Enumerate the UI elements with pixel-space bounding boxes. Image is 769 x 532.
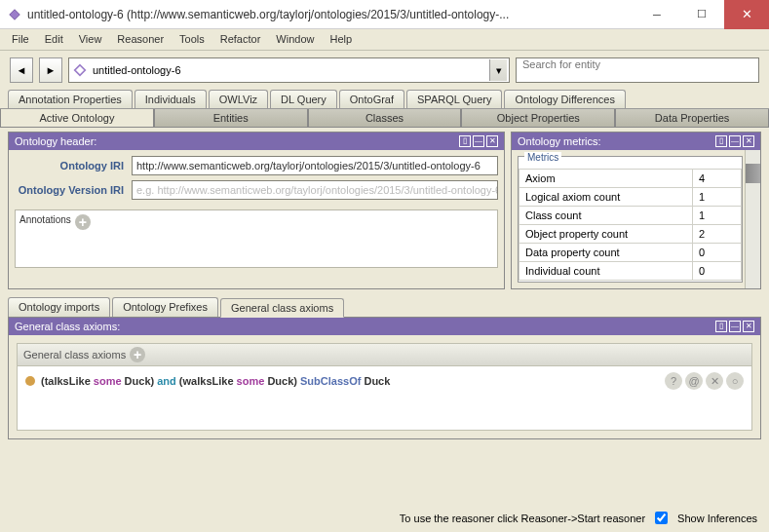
ontology-version-iri-input[interactable]: e.g. http://www.semanticweb.org/taylorj/…: [132, 180, 498, 200]
table-row: Logical axiom count1: [519, 188, 742, 207]
tab-sparql-query[interactable]: SPARQL Query: [406, 90, 502, 108]
panel-view-icon[interactable]: ▯: [459, 135, 471, 147]
nav-back-button[interactable]: ◄: [10, 57, 33, 83]
app-icon: [8, 8, 21, 21]
circle-icon[interactable]: ○: [726, 372, 744, 390]
ontology-icon: [73, 63, 87, 77]
general-class-axioms-panel: General class axioms: ▯ — ✕ General clas…: [8, 317, 761, 439]
tab-annotation-properties[interactable]: Annotation Properties: [8, 90, 133, 108]
search-field[interactable]: [522, 58, 752, 70]
tab-entities[interactable]: Entities: [154, 109, 308, 128]
tab-general-class-axioms[interactable]: General class axioms: [220, 298, 344, 318]
menu-file[interactable]: File: [12, 33, 29, 46]
annotations-panel: Annotations +: [15, 209, 498, 268]
ontology-header-title: Ontology header:: [15, 135, 96, 147]
panel-view-icon[interactable]: ▯: [715, 135, 727, 147]
ontology-metrics-title: Ontology metrics:: [518, 135, 601, 147]
table-row: Object property count2: [519, 225, 742, 244]
panel-close-icon[interactable]: ✕: [743, 321, 754, 332]
menu-refactor[interactable]: Refactor: [220, 33, 261, 46]
add-axiom-button[interactable]: +: [130, 347, 145, 362]
svg-marker-1: [75, 65, 86, 76]
window-title: untitled-ontology-6 (http://www.semantic…: [27, 8, 634, 21]
tab-data-properties[interactable]: Data Properties: [615, 109, 769, 128]
metrics-table: Axiom4 Logical axiom count1 Class count1…: [519, 169, 742, 281]
tab-ontology-imports[interactable]: Ontology imports: [8, 297, 110, 317]
gca-subtitle: General class axioms: [23, 349, 126, 361]
tab-active-ontology[interactable]: Active Ontology: [0, 109, 154, 128]
menu-reasoner[interactable]: Reasoner: [117, 33, 164, 46]
reasoner-hint: To use the reasoner click Reasoner->Star…: [400, 513, 645, 524]
menu-help[interactable]: Help: [329, 33, 352, 46]
table-row: Axiom4: [519, 170, 742, 188]
panel-minimize-icon[interactable]: —: [729, 321, 741, 332]
menu-window[interactable]: Window: [276, 33, 314, 46]
ontology-selector-text: untitled-ontology-6: [93, 64, 181, 76]
show-inferences-label: Show Inferences: [677, 513, 757, 524]
ontology-version-iri-label: Ontology Version IRI: [15, 184, 132, 196]
ontology-metrics-panel: Ontology metrics: ▯ — ✕ Metrics Axiom4 L…: [511, 132, 761, 289]
axiom-row[interactable]: (talksLike some Duck) and (walksLike som…: [18, 366, 751, 396]
ontology-selector[interactable]: untitled-ontology-6 ▾: [68, 57, 510, 83]
table-row: Data property count0: [519, 244, 742, 262]
close-button[interactable]: ✕: [724, 0, 769, 29]
panel-view-icon[interactable]: ▯: [715, 321, 727, 332]
ontology-iri-label: Ontology IRI: [15, 160, 132, 171]
top-tabs: Annotation Properties Individuals OWLViz…: [0, 90, 769, 108]
tab-object-properties[interactable]: Object Properties: [461, 109, 615, 128]
panel-close-icon[interactable]: ✕: [486, 135, 498, 147]
tab-dl-query[interactable]: DL Query: [270, 90, 337, 108]
main-tabs: Active Ontology Entities Classes Object …: [0, 108, 769, 128]
help-icon[interactable]: ?: [665, 372, 682, 390]
tab-ontology-prefixes[interactable]: Ontology Prefixes: [112, 297, 218, 317]
add-annotation-button[interactable]: +: [75, 214, 91, 230]
chevron-down-icon[interactable]: ▾: [489, 59, 507, 81]
tab-individuals[interactable]: Individuals: [135, 90, 207, 108]
toolbar: ◄ ► untitled-ontology-6 ▾: [0, 51, 769, 90]
menu-view[interactable]: View: [79, 33, 102, 46]
remove-icon[interactable]: ✕: [706, 372, 723, 390]
panel-controls: ▯ — ✕: [715, 135, 754, 147]
axiom-bullet-icon: [25, 376, 35, 386]
panel-minimize-icon[interactable]: —: [729, 135, 741, 147]
tab-classes[interactable]: Classes: [308, 109, 462, 128]
table-row: Class count1: [519, 207, 742, 225]
panel-close-icon[interactable]: ✕: [743, 135, 754, 147]
svg-marker-0: [10, 9, 20, 19]
minimize-button[interactable]: ─: [634, 0, 679, 29]
tab-ontology-differences[interactable]: Ontology Differences: [504, 90, 626, 108]
gca-title: General class axioms:: [15, 321, 120, 332]
nav-forward-button[interactable]: ►: [39, 57, 62, 83]
metrics-group-label: Metrics: [524, 152, 561, 163]
scrollbar[interactable]: [745, 150, 760, 288]
panel-controls: ▯ — ✕: [715, 321, 754, 332]
annotations-label: Annotations: [19, 214, 71, 225]
panel-controls: ▯ — ✕: [459, 135, 498, 147]
menu-edit[interactable]: Edit: [45, 33, 63, 46]
maximize-button[interactable]: ☐: [679, 0, 724, 29]
lower-tabs: Ontology imports Ontology Prefixes Gener…: [8, 297, 761, 317]
tab-owlviz[interactable]: OWLViz: [209, 90, 268, 108]
ontology-iri-input[interactable]: http://www.semanticweb.org/taylorj/ontol…: [132, 156, 498, 175]
at-icon[interactable]: @: [685, 372, 703, 390]
table-row: Individual count0: [519, 262, 742, 281]
tab-ontograf[interactable]: OntoGraf: [339, 90, 404, 108]
show-inferences-checkbox[interactable]: [655, 512, 668, 524]
ontology-header-panel: Ontology header: ▯ — ✕ Ontology IRI http…: [8, 132, 505, 289]
axiom-expression: (talksLike some Duck) and (walksLike som…: [41, 374, 390, 388]
menu-tools[interactable]: Tools: [179, 33, 205, 46]
panel-minimize-icon[interactable]: —: [473, 135, 484, 147]
footer: To use the reasoner click Reasoner->Star…: [400, 512, 757, 524]
search-input[interactable]: [516, 57, 759, 83]
menubar: File Edit View Reasoner Tools Refactor W…: [0, 29, 769, 51]
titlebar: untitled-ontology-6 (http://www.semantic…: [0, 0, 769, 29]
